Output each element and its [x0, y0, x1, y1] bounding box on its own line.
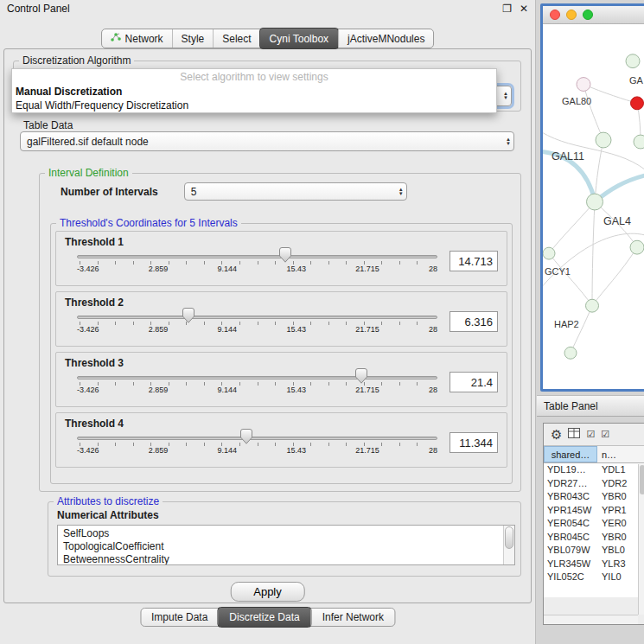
network-node[interactable]	[596, 132, 611, 148]
table-panel-title: Table Panel	[544, 400, 598, 412]
network-canvas[interactable]: GAL80 GA GAL11 GAL4 GCY1 HAP2	[543, 24, 644, 389]
column-header-name[interactable]: n…	[597, 446, 644, 462]
network-node[interactable]	[586, 299, 599, 312]
table-vertical-scrollbar[interactable]	[638, 464, 644, 615]
threshold-4-block: Threshold 4 -3.4262.8599.14415.4321.7152…	[55, 412, 507, 468]
threshold-3-field[interactable]: 21.4	[450, 372, 498, 392]
stepper-down-icon: ▼	[399, 192, 404, 196]
attributes-group: Attributes to discretize Numerical Attri…	[48, 495, 521, 577]
slider-scale: -3.4262.8599.14415.4321.71528	[77, 325, 437, 334]
network-node[interactable]	[587, 194, 603, 210]
algorithm-dropdown-popup: Select algorithm to view settings Manual…	[11, 68, 497, 113]
node-label: HAP2	[554, 320, 579, 330]
discretization-algorithm-legend: Discretization Algorithm	[19, 54, 134, 67]
tab-label: Network	[125, 33, 163, 45]
table-row[interactable]: YPR145WYPR1	[544, 504, 644, 518]
threshold-4-slider[interactable]: -3.4262.8599.14415.4321.71528	[77, 431, 437, 457]
table-row[interactable]: YDL19…YDL1	[544, 463, 644, 477]
table-data-select[interactable]: galFiltered.sif default node ▲▼	[20, 131, 514, 151]
control-panel: Control Panel ❐ ✕ Network Style Select C…	[0, 0, 536, 644]
threshold-4-field[interactable]: 11.344	[450, 432, 498, 453]
threshold-1-field[interactable]: 14.713	[450, 251, 498, 271]
threshold-1-label: Threshold 1	[56, 232, 507, 248]
table-row[interactable]: YBL079WYBL0	[544, 544, 644, 558]
top-tab-bar: Network Style Select Cyni Toolbox jActiv…	[101, 29, 435, 48]
table-row[interactable]: YER054CYER0	[544, 517, 644, 531]
network-node[interactable]	[631, 97, 644, 110]
slider-scale: -3.4262.8599.14415.4321.71528	[77, 446, 437, 455]
scrollbar-thumb[interactable]	[640, 465, 644, 494]
network-window-titlebar	[543, 6, 644, 24]
threshold-2-slider[interactable]: -3.4262.8599.14415.4321.71528	[77, 310, 437, 336]
threshold-3-slider[interactable]: -3.4262.8599.14415.4321.71528	[77, 371, 437, 397]
float-window-icon[interactable]: ❐	[502, 3, 512, 15]
tab-infer-network[interactable]: Infer Network	[311, 609, 394, 626]
network-node[interactable]	[543, 247, 555, 259]
threshold-2-label: Threshold 2	[56, 292, 507, 309]
slider-track	[77, 255, 437, 258]
table-data-value: galFiltered.sif default node	[27, 136, 149, 148]
node-label: GAL80	[562, 96, 591, 106]
tab-label: Cyni Toolbox	[270, 33, 328, 45]
threshold-3-label: Threshold 3	[56, 353, 507, 369]
number-of-intervals-select[interactable]: 5 ▲▼	[184, 182, 407, 201]
numerical-attributes-list: SelfLoops TopologicalCoefficient Between…	[57, 525, 515, 565]
table-row[interactable]: YBR045CYBR0	[544, 531, 644, 545]
thresholds-legend: Threshold's Coordinates for 5 Intervals	[56, 217, 241, 229]
thresholds-group: Threshold's Coordinates for 5 Intervals …	[50, 217, 513, 484]
tab-label: Style	[182, 33, 205, 45]
scrollbar-thumb[interactable]	[505, 526, 513, 549]
table-body: YDL19…YDL1 YDR27…YDR2 YBR043CYBR0 YPR145…	[544, 463, 644, 597]
tab-style[interactable]: Style	[172, 29, 214, 48]
list-item[interactable]: BetweennessCentrality	[63, 553, 501, 565]
table-row[interactable]: YLR345WYLR3	[544, 558, 644, 571]
tab-select[interactable]: Select	[213, 29, 259, 48]
network-node[interactable]	[626, 54, 640, 68]
stepper-down-icon: ▼	[506, 142, 511, 146]
tab-discretize-data[interactable]: Discretize Data	[217, 607, 311, 628]
attributes-legend: Attributes to discretize	[54, 495, 163, 507]
select-check-icon[interactable]: ☑	[601, 429, 609, 440]
column-header-shared-name[interactable]: shared…	[544, 446, 597, 462]
list-scrollbar[interactable]	[503, 526, 514, 564]
table-row[interactable]: YIL052CYIL0	[544, 571, 644, 584]
network-view-window: GAL80 GA GAL11 GAL4 GCY1 HAP2	[540, 3, 644, 392]
network-node[interactable]	[564, 347, 577, 359]
list-item[interactable]: TopologicalCoefficient	[63, 540, 501, 553]
tab-impute-data[interactable]: Impute Data	[141, 609, 218, 626]
select-all-icon[interactable]: ☑	[586, 429, 595, 440]
node-label: GA	[629, 75, 644, 86]
network-icon	[111, 32, 121, 45]
numerical-attributes-label: Numerical Attributes	[57, 509, 520, 521]
dropdown-option-equal-width[interactable]: Equal Width/Frequency Discretization	[12, 99, 496, 112]
table-row[interactable]: YDR27…YDR2	[544, 477, 644, 491]
close-icon[interactable]: ✕	[520, 3, 528, 15]
minimize-traffic-light[interactable]	[566, 10, 577, 20]
node-label: GCY1	[545, 266, 571, 277]
table-row[interactable]: YBR043CYBR0	[544, 490, 644, 504]
table-header-row: shared… n…	[544, 446, 644, 463]
panel-title: Control Panel	[7, 3, 70, 15]
slider-scale: -3.4262.8599.14415.4321.71528	[77, 265, 437, 273]
network-node[interactable]	[630, 240, 644, 254]
bottom-tab-bar: Impute Data Discretize Data Infer Networ…	[140, 608, 395, 627]
cyni-toolbox-panel: Discretization Algorithm ▲▼ Select algor…	[3, 48, 532, 603]
threshold-2-field[interactable]: 6.316	[450, 311, 498, 332]
threshold-1-slider[interactable]: -3.4262.8599.14415.4321.71528	[77, 250, 437, 276]
network-node[interactable]	[577, 78, 590, 92]
close-traffic-light[interactable]	[550, 10, 560, 20]
table-data-label: Table Data	[23, 119, 73, 131]
threshold-2-block: Threshold 2 -3.4262.8599.14415.4321.7152…	[55, 291, 507, 347]
table-horizontal-scrollbar[interactable]	[544, 615, 638, 624]
list-item[interactable]: SelfLoops	[63, 527, 501, 540]
gear-icon[interactable]: ⚙	[551, 428, 562, 441]
tab-jactivemnodules[interactable]: jActiveMNodules	[338, 29, 433, 48]
tab-network[interactable]: Network	[102, 29, 172, 48]
network-node[interactable]	[634, 135, 644, 149]
slider-track	[77, 437, 437, 440]
table-columns-icon[interactable]	[568, 428, 580, 441]
zoom-traffic-light[interactable]	[583, 10, 593, 20]
apply-button[interactable]: Apply	[230, 582, 305, 602]
tab-cyni-toolbox[interactable]: Cyni Toolbox	[259, 28, 339, 49]
dropdown-option-manual-discretization[interactable]: Manual Discretization	[12, 85, 496, 99]
